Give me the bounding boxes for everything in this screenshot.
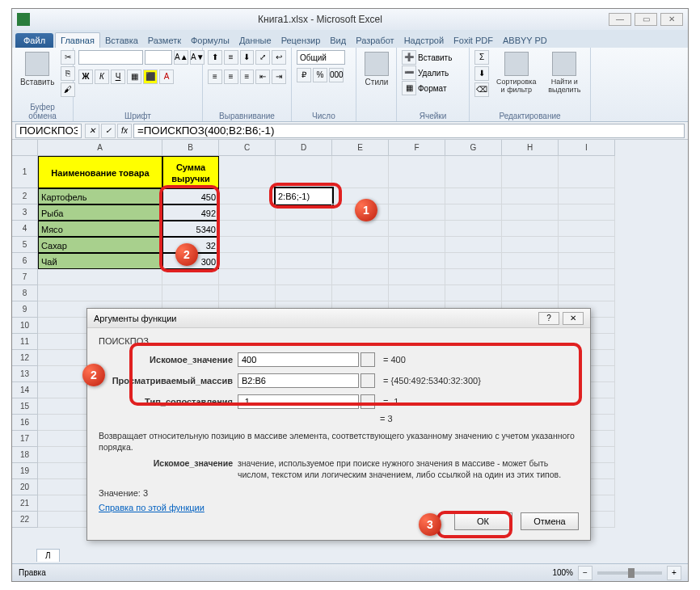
paste-button[interactable]: Вставить: [17, 50, 57, 102]
row-header-5[interactable]: 5: [12, 237, 38, 253]
col-header-H[interactable]: H: [502, 140, 559, 156]
cell-G3[interactable]: [445, 204, 502, 221]
row-header-11[interactable]: 11: [12, 334, 38, 350]
cell-F1[interactable]: [389, 156, 445, 188]
cell-E8[interactable]: [332, 285, 389, 301]
number-format-select[interactable]: [297, 50, 345, 65]
row-header-12[interactable]: 12: [12, 350, 38, 366]
cell-I4[interactable]: [559, 221, 615, 237]
formula-input[interactable]: [133, 124, 685, 138]
name-box[interactable]: [15, 124, 82, 138]
cell-H4[interactable]: [502, 221, 559, 237]
ok-button[interactable]: ОК: [454, 512, 512, 530]
row-header-9[interactable]: 9: [12, 301, 38, 318]
align-left-button[interactable]: ≡: [208, 70, 222, 84]
cell-F7[interactable]: [389, 269, 445, 285]
cell-H8[interactable]: [502, 285, 559, 301]
tab-pagelayout[interactable]: Разметк: [143, 33, 186, 48]
tab-developer[interactable]: Разработ: [351, 33, 398, 48]
styles-button[interactable]: Стили: [361, 50, 392, 120]
cell-B1[interactable]: Суммавыручки: [162, 156, 219, 188]
cell-G6[interactable]: [445, 253, 502, 269]
row-header-16[interactable]: 16: [12, 415, 38, 431]
tab-abbyy[interactable]: ABBYY PD: [498, 33, 552, 48]
row-header-7[interactable]: 7: [12, 269, 38, 285]
cell-I2[interactable]: [559, 188, 615, 204]
maximize-button[interactable]: ▭: [635, 13, 657, 26]
font-size-input[interactable]: [145, 50, 172, 65]
cell-D1[interactable]: [276, 156, 332, 188]
cell-D6[interactable]: [276, 253, 332, 269]
arg3-ref-button[interactable]: [361, 394, 375, 409]
col-header-E[interactable]: E: [332, 140, 389, 156]
cell-A5[interactable]: Сахар: [38, 237, 162, 253]
row-header-22[interactable]: 22: [12, 512, 38, 528]
bold-button[interactable]: Ж: [78, 70, 93, 84]
row-header-8[interactable]: 8: [12, 285, 38, 301]
sheet-tab-1[interactable]: Л: [36, 549, 60, 562]
border-button[interactable]: ▦: [127, 70, 141, 84]
cell-A2[interactable]: Картофель: [38, 188, 162, 204]
row-header-3[interactable]: 3: [12, 204, 38, 221]
cell-B8[interactable]: [162, 285, 219, 301]
cell-A3[interactable]: Рыба: [38, 204, 162, 221]
col-header-B[interactable]: B: [162, 140, 219, 156]
cell-A8[interactable]: [38, 285, 162, 301]
cell-H5[interactable]: [502, 237, 559, 253]
row-header-21[interactable]: 21: [12, 495, 38, 512]
cell-B3[interactable]: 492: [162, 204, 219, 221]
cell-I1[interactable]: [559, 156, 615, 188]
select-all-corner[interactable]: [12, 140, 38, 156]
comma-button[interactable]: 000: [329, 68, 344, 82]
cancel-formula-button[interactable]: ✕: [85, 124, 99, 138]
zoom-slider[interactable]: [597, 571, 662, 575]
cell-B4[interactable]: 5340: [162, 221, 219, 237]
sort-filter-button[interactable]: Сортировка и фильтр: [492, 50, 541, 111]
col-header-G[interactable]: G: [445, 140, 502, 156]
row-header-19[interactable]: 19: [12, 463, 38, 479]
dialog-close-button[interactable]: ✕: [563, 312, 584, 325]
align-middle-button[interactable]: ≡: [224, 50, 238, 65]
zoom-out-button[interactable]: −: [578, 566, 592, 580]
enter-formula-button[interactable]: ✓: [101, 124, 116, 138]
arg1-ref-button[interactable]: [361, 352, 375, 367]
cell-D5[interactable]: [276, 237, 332, 253]
row-header-18[interactable]: 18: [12, 447, 38, 463]
cell-H6[interactable]: [502, 253, 559, 269]
col-header-F[interactable]: F: [389, 140, 445, 156]
cancel-button[interactable]: Отмена: [521, 512, 579, 530]
cell-E5[interactable]: [332, 237, 389, 253]
cell-A6[interactable]: Чай: [38, 253, 162, 269]
cell-G7[interactable]: [445, 269, 502, 285]
help-link[interactable]: Справка по этой функции: [99, 503, 205, 512]
cell-F5[interactable]: [389, 237, 445, 253]
wrap-text-button[interactable]: ↩: [272, 50, 286, 65]
dialog-help-button[interactable]: ?: [538, 312, 559, 325]
cells-format-button[interactable]: ▦Формат: [402, 81, 464, 95]
cell-C3[interactable]: [219, 204, 276, 221]
zoom-in-button[interactable]: +: [667, 566, 681, 580]
row-header-4[interactable]: 4: [12, 221, 38, 237]
cell-H1[interactable]: [502, 156, 559, 188]
cell-D2[interactable]: 2:B6;-1): [276, 188, 332, 204]
cell-F2[interactable]: [389, 188, 445, 204]
row-header-15[interactable]: 15: [12, 398, 38, 415]
grow-font-button[interactable]: A▲: [174, 50, 188, 65]
cell-C1[interactable]: [219, 156, 276, 188]
cell-A7[interactable]: [38, 269, 162, 285]
cell-H2[interactable]: [502, 188, 559, 204]
clear-button[interactable]: ⌫: [474, 82, 489, 97]
cell-F6[interactable]: [389, 253, 445, 269]
percent-button[interactable]: %: [313, 68, 327, 82]
cell-C6[interactable]: [219, 253, 276, 269]
tab-home[interactable]: Главная: [55, 32, 100, 48]
font-name-input[interactable]: [78, 50, 143, 65]
cell-I6[interactable]: [559, 253, 615, 269]
tab-review[interactable]: Рецензир: [276, 33, 326, 48]
arg2-ref-button[interactable]: [361, 373, 375, 388]
row-header-2[interactable]: 2: [12, 188, 38, 204]
row-header-13[interactable]: 13: [12, 366, 38, 382]
increase-indent-button[interactable]: ⇥: [272, 70, 286, 84]
cell-B2[interactable]: 450: [162, 188, 219, 204]
cell-C7[interactable]: [219, 269, 276, 285]
